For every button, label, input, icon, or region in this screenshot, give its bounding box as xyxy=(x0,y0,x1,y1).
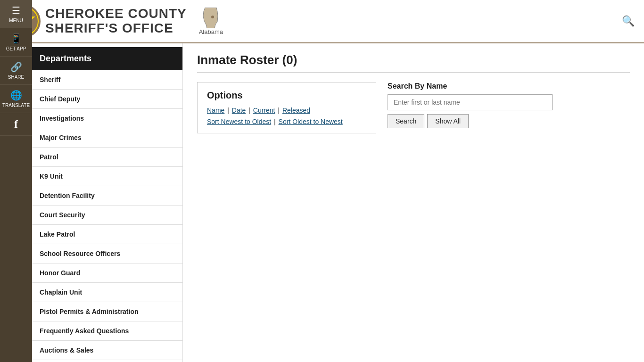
dept-nav-item[interactable]: Chaplain Unit xyxy=(32,283,182,302)
page-title: Inmate Roster (0) xyxy=(197,53,630,73)
header-search-icon[interactable]: 🔍 xyxy=(622,15,635,27)
site-title: CHEROKEE COUNTY SHERIFF'S OFFICE xyxy=(45,7,187,36)
search-box: Search By Name Search Show All xyxy=(388,82,553,128)
sort-oldest-link[interactable]: Sort Oldest to Newest xyxy=(279,118,343,125)
main-container: Departments SheriffChief DeputyInvestiga… xyxy=(32,43,644,362)
dept-nav-item[interactable]: Honor Guard xyxy=(32,263,182,283)
dept-nav-item[interactable]: Frequently Asked Questions xyxy=(32,321,182,341)
dept-nav-item[interactable]: Pistol Permits & Administration xyxy=(32,302,182,321)
phone-icon: 📱 xyxy=(10,33,22,44)
dept-nav-item[interactable]: Court Security xyxy=(32,206,182,225)
dept-nav-item[interactable]: Investigations xyxy=(32,109,182,128)
filter-released-link[interactable]: Released xyxy=(282,107,310,114)
dept-nav-item[interactable]: Auctions & Sales xyxy=(32,341,182,360)
dept-nav-item[interactable]: Lake Patrol xyxy=(32,225,182,244)
dept-nav-item[interactable]: Detention Facility xyxy=(32,186,182,206)
sidebar-get-app-button[interactable]: 📱 GET APP xyxy=(0,28,32,57)
content-area: Options Name | Date | Current | Released… xyxy=(197,82,630,133)
site-header: SHERIFF CHEROKEE COUNTY SHERIFF'S OFFICE… xyxy=(0,0,644,43)
filter-current-link[interactable]: Current xyxy=(253,107,275,114)
title-line1: CHEROKEE COUNTY xyxy=(45,7,187,21)
dept-nav-item[interactable]: School Resource Officers xyxy=(32,244,182,263)
svg-marker-4 xyxy=(203,8,218,28)
dept-nav-item[interactable]: Chief Deputy xyxy=(32,90,182,109)
sidebar-menu-label: MENU xyxy=(9,18,23,23)
sidebar-translate-label: TRANSLATE xyxy=(2,103,30,108)
search-button[interactable]: Search xyxy=(388,114,424,128)
svg-point-5 xyxy=(211,16,214,18)
filter-links: Name | Date | Current | Released xyxy=(207,107,366,114)
sidebar-translate-button[interactable]: 🌐 TRANSLATE xyxy=(0,85,32,113)
logo-area: SHERIFF CHEROKEE COUNTY SHERIFF'S OFFICE… xyxy=(8,5,223,38)
state-label: Alabama xyxy=(199,28,223,35)
state-map: Alabama xyxy=(199,8,223,35)
filter-name-link[interactable]: Name xyxy=(207,107,224,114)
facebook-icon: f xyxy=(14,118,18,131)
search-buttons: Search Show All xyxy=(388,114,553,128)
sidebar-facebook-button[interactable]: f xyxy=(0,113,32,136)
share-icon: 🔗 xyxy=(10,61,22,73)
main-content: Inmate Roster (0) Options Name | Date | … xyxy=(183,43,644,362)
show-all-button[interactable]: Show All xyxy=(427,114,469,128)
department-nav: Departments SheriffChief DeputyInvestiga… xyxy=(32,43,183,362)
options-title: Options xyxy=(207,90,366,101)
departments-heading: Departments xyxy=(32,47,182,70)
options-box: Options Name | Date | Current | Released… xyxy=(197,82,376,133)
dept-nav-item[interactable]: K9 Unit xyxy=(32,167,182,186)
menu-icon: ☰ xyxy=(12,5,20,16)
sidebar-menu-button[interactable]: ☰ MENU xyxy=(0,0,32,28)
sort-newest-link[interactable]: Sort Newest to Oldest xyxy=(207,118,271,125)
title-line2: SHERIFF'S OFFICE xyxy=(45,21,187,36)
search-title: Search By Name xyxy=(388,82,553,90)
dept-nav-item[interactable]: Patrol xyxy=(32,148,182,167)
dept-nav-item[interactable]: Crime Prevention xyxy=(32,360,182,362)
dept-nav-item[interactable]: Major Crimes xyxy=(32,128,182,148)
dept-nav-item[interactable]: Sheriff xyxy=(32,70,182,90)
sidebar-share-button[interactable]: 🔗 SHARE xyxy=(0,57,32,85)
globe-icon: 🌐 xyxy=(10,90,22,101)
filter-date-link[interactable]: Date xyxy=(232,107,246,114)
sort-links: Sort Newest to Oldest | Sort Oldest to N… xyxy=(207,118,366,125)
sidebar-get-app-label: GET APP xyxy=(6,46,26,51)
sidebar-share-label: SHARE xyxy=(8,74,24,80)
left-sidebar: ☰ MENU 📱 GET APP 🔗 SHARE 🌐 TRANSLATE f xyxy=(0,0,32,362)
search-name-input[interactable] xyxy=(388,94,553,110)
